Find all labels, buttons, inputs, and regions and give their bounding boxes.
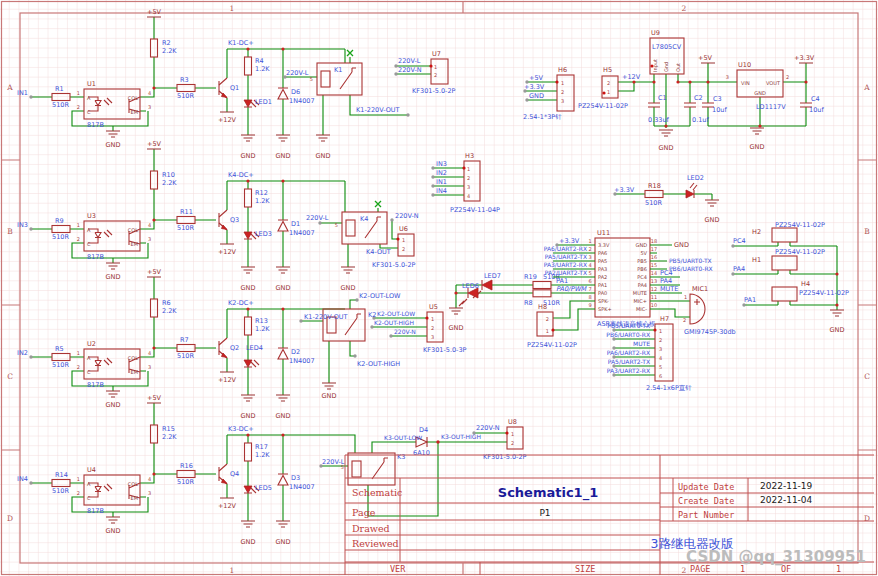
ref-u10: U10: [738, 61, 751, 69]
net-k3-out-low: K3-OUT-LOW: [384, 434, 422, 441]
svg-text:PA5: PA5: [598, 258, 607, 264]
svg-text:2.54-1x6P直针: 2.54-1x6P直针: [646, 384, 692, 392]
net-in1: IN1: [17, 89, 28, 97]
ruler-row-a-right: A: [863, 83, 870, 92]
svg-text:2.2K: 2.2K: [162, 47, 177, 55]
svg-text:817B: 817B: [87, 253, 104, 261]
schematic-canvas[interactable]: 1 2 1 2 A B C D A B C D IN1 R1510R U1817…: [0, 0, 878, 576]
svg-text:2: 2: [431, 325, 434, 331]
svg-text:PB5/UART0-TX: PB5/UART0-TX: [669, 257, 712, 264]
ref-r18: R18: [648, 182, 661, 190]
svg-text:2: 2: [434, 72, 437, 78]
svg-text:4: 4: [148, 476, 151, 482]
svg-text:PZ254V-11-02P: PZ254V-11-02P: [775, 248, 825, 256]
ref-k1: K1: [334, 66, 342, 74]
svg-text:GMI9745P-30db: GMI9745P-30db: [684, 328, 736, 336]
svg-text:KF301-5.0-2P: KF301-5.0-2P: [372, 261, 416, 269]
svg-text:817B: 817B: [87, 121, 104, 129]
svg-text:8: 8: [588, 294, 591, 300]
svg-text:10: 10: [651, 302, 657, 308]
svg-text:A: A: [87, 95, 91, 101]
svg-text:VOUT: VOUT: [766, 80, 781, 86]
ref-r3: R3: [180, 76, 189, 84]
svg-text:220V-N: 220V-N: [395, 212, 419, 220]
svg-text:C: C: [87, 495, 91, 501]
svg-text:4: 4: [148, 222, 151, 228]
ref-r4: R4: [255, 57, 264, 65]
ref-u9: U9: [651, 29, 660, 37]
svg-text:GND: GND: [276, 412, 291, 420]
svg-text:PZ254V-11-02P: PZ254V-11-02P: [527, 341, 577, 349]
svg-text:6: 6: [659, 373, 662, 379]
svg-text:16: 16: [651, 254, 657, 260]
ref-h3: H3: [465, 152, 474, 160]
svg-text:COL: COL: [128, 227, 138, 233]
svg-text:4: 4: [588, 262, 591, 268]
svg-text:+12V: +12V: [218, 248, 237, 256]
svg-text:LED3: LED3: [255, 230, 272, 238]
svg-text:5: 5: [588, 270, 591, 276]
ref-u11: U11: [597, 229, 610, 237]
svg-text:510R: 510R: [52, 487, 69, 495]
svg-text:1: 1: [77, 476, 80, 482]
svg-text:10uf: 10uf: [712, 106, 727, 114]
svg-text:MIC-: MIC-: [636, 306, 647, 312]
svg-text:3: 3: [726, 74, 729, 80]
svg-text:PZ254V-11-02P: PZ254V-11-02P: [775, 221, 825, 229]
svg-text:U4: U4: [87, 466, 96, 474]
svg-text:510R: 510R: [645, 199, 662, 207]
svg-text:220V-L: 220V-L: [322, 458, 345, 466]
svg-text:Q2: Q2: [230, 344, 239, 352]
ruler-col-2-bottom: 2: [682, 566, 687, 575]
svg-text:2.54-1*3P针: 2.54-1*3P针: [523, 113, 562, 121]
svg-text:6: 6: [588, 278, 591, 284]
svg-text:D3: D3: [291, 474, 300, 482]
svg-text:LED4: LED4: [246, 344, 263, 352]
svg-text:3: 3: [561, 98, 564, 104]
svg-text:SIZE: SIZE: [575, 564, 595, 574]
power-5v: +5V: [147, 8, 162, 16]
svg-text:K2-OUT-LOW: K2-OUT-LOW: [377, 310, 415, 317]
ref-led1: LED1: [255, 98, 272, 106]
svg-text:IN2: IN2: [436, 169, 447, 177]
ruler-row-c-right: C: [864, 372, 870, 381]
svg-text:COL: COL: [128, 481, 138, 487]
csdn-watermark: CSDN @qq_31309951: [686, 548, 866, 566]
svg-text:3: 3: [148, 490, 151, 496]
ref-h4: H4: [801, 280, 810, 288]
svg-text:IN3: IN3: [436, 160, 447, 168]
ruler-col-1-bottom: 1: [230, 566, 235, 575]
svg-text:PC4: PC4: [637, 274, 647, 280]
svg-text:PA5/UART2-TX: PA5/UART2-TX: [608, 358, 650, 365]
svg-text:220V-N: 220V-N: [398, 66, 422, 74]
svg-text:7: 7: [588, 286, 591, 292]
svg-text:6A10: 6A10: [413, 449, 430, 457]
svg-text:1: 1: [588, 238, 591, 244]
net-k2dc: K2-DC+: [228, 299, 254, 307]
net-in3: IN3: [17, 221, 28, 229]
svg-text:PB5: PB5: [637, 258, 647, 264]
svg-text:Q3: Q3: [230, 216, 239, 224]
ref-d6: D6: [291, 88, 300, 96]
ref-led6: LED6: [462, 282, 479, 290]
svg-text:1: 1: [402, 237, 405, 243]
svg-text:A: A: [87, 481, 91, 487]
titleblock-schematic-label: Schematic: [352, 487, 402, 498]
svg-text:GND: GND: [276, 152, 291, 160]
svg-text:EM: EM: [131, 109, 138, 115]
svg-text:3: 3: [659, 346, 662, 352]
svg-text:2: 2: [402, 246, 405, 252]
svg-text:Out: Out: [675, 63, 681, 72]
titleblock-page-label: Page: [352, 507, 376, 518]
svg-text:C: C: [87, 109, 91, 115]
svg-text:GND: GND: [636, 242, 648, 248]
svg-text:2: 2: [786, 74, 789, 80]
svg-text:1.2K: 1.2K: [255, 197, 270, 205]
net-pa4: PA4: [733, 265, 745, 273]
svg-text:1: 1: [434, 64, 437, 70]
svg-text:MIC+: MIC+: [634, 298, 647, 304]
svg-text:R14: R14: [55, 471, 68, 479]
svg-text:EM: EM: [131, 495, 138, 501]
svg-text:817B: 817B: [87, 507, 104, 515]
svg-text:C: C: [87, 241, 91, 247]
